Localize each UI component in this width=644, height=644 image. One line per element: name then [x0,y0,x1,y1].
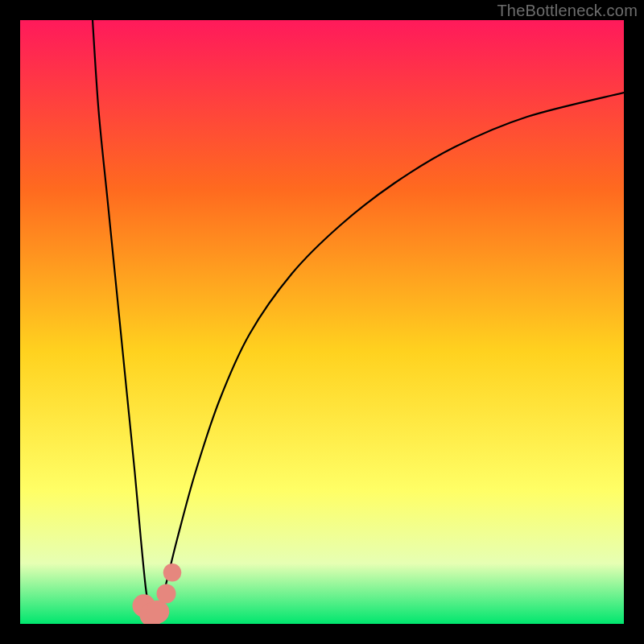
bottleneck-curve [20,20,624,624]
plot-area [20,20,624,624]
watermark-text: TheBottleneck.com [497,2,638,20]
marker-valley-floor-right [147,601,170,624]
marker-valley-rise-2 [163,564,182,582]
outer-frame: TheBottleneck.com [0,0,644,644]
marker-valley-rise-1 [157,584,176,604]
